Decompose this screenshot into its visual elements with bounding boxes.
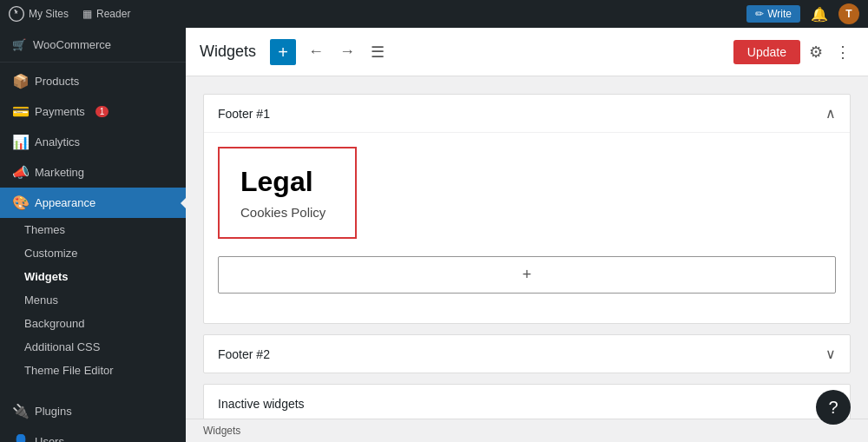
sidebar-item-theme-file-editor[interactable]: Theme File Editor bbox=[0, 359, 186, 382]
my-sites-link[interactable]: My Sites bbox=[9, 6, 69, 22]
content-area: Widgets + ← → ☰ Update ⚙ ⋮ Footer #1 ∧ bbox=[186, 28, 868, 442]
widgets-content: Footer #1 ∧ Legal Cookies Policy + Foote… bbox=[186, 76, 868, 419]
write-button[interactable]: ✏ Write bbox=[746, 5, 800, 23]
add-block-button[interactable]: + bbox=[218, 256, 836, 294]
payments-icon: 💳 bbox=[12, 103, 28, 120]
sidebar-item-themes[interactable]: Themes bbox=[0, 218, 186, 241]
reader-icon: ▦ bbox=[82, 8, 92, 20]
payments-badge: 1 bbox=[95, 106, 109, 117]
page-title: Widgets bbox=[200, 43, 256, 61]
widgets-header-left: Widgets + ← → ☰ bbox=[200, 39, 388, 65]
help-button[interactable]: ? bbox=[816, 390, 851, 425]
marketing-icon: 📣 bbox=[12, 164, 28, 181]
sidebar-other-items: 🔌 Plugins 👤 Users 🔧 Tools ⚙️ Settings bbox=[0, 393, 186, 442]
sidebar-brand[interactable]: 🛒 WooCommerce bbox=[0, 28, 186, 63]
widget-subtitle: Cookies Policy bbox=[240, 205, 334, 220]
footer-2-chevron: ∨ bbox=[825, 346, 836, 362]
products-icon: 📦 bbox=[12, 73, 28, 89]
admin-bar-right: ✏ Write 🔔 T bbox=[746, 3, 859, 24]
help-icon: ? bbox=[828, 398, 838, 418]
sidebar-item-plugins[interactable]: 🔌 Plugins bbox=[0, 396, 186, 426]
sidebar: 🛒 WooCommerce 📦 Products 💳 Payments 1 📊 … bbox=[0, 28, 186, 442]
bottom-bar: Widgets bbox=[186, 419, 868, 442]
widget-card: Legal Cookies Policy bbox=[218, 147, 357, 239]
redo-button[interactable]: → bbox=[336, 39, 358, 64]
woocommerce-icon: 🛒 bbox=[12, 38, 26, 51]
inactive-widgets-label: Inactive widgets bbox=[218, 397, 305, 411]
sidebar-item-payments[interactable]: 💳 Payments 1 bbox=[0, 96, 186, 127]
sidebar-item-background[interactable]: Background bbox=[0, 312, 186, 335]
sidebar-main-items: 📦 Products 💳 Payments 1 📊 Analytics 📣 Ma… bbox=[0, 63, 186, 386]
sidebar-item-customize[interactable]: Customize bbox=[0, 241, 186, 265]
sidebar-item-appearance[interactable]: 🎨 Appearance bbox=[0, 188, 186, 218]
add-block-header-button[interactable]: + bbox=[270, 39, 296, 65]
footer-1-header[interactable]: Footer #1 ∧ bbox=[204, 95, 850, 132]
footer-2-header[interactable]: Footer #2 ∨ bbox=[204, 335, 850, 373]
widgets-header-right: Update ⚙ ⋮ bbox=[733, 39, 854, 65]
breadcrumb: Widgets bbox=[203, 425, 240, 437]
more-options-button[interactable]: ⋮ bbox=[832, 39, 854, 65]
sidebar-item-widgets[interactable]: Widgets bbox=[0, 265, 186, 288]
footer-1-section: Footer #1 ∧ Legal Cookies Policy + bbox=[203, 94, 851, 324]
inactive-widgets-header[interactable]: Inactive widgets ∨ bbox=[204, 385, 850, 419]
appearance-icon: 🎨 bbox=[12, 195, 28, 211]
sidebar-item-additional-css[interactable]: Additional CSS bbox=[0, 335, 186, 359]
appearance-submenu: Themes Customize Widgets Menus Backgroun… bbox=[0, 218, 186, 382]
footer-1-chevron: ∧ bbox=[825, 105, 836, 122]
sidebar-item-products[interactable]: 📦 Products bbox=[0, 66, 186, 96]
widget-title: Legal bbox=[240, 166, 334, 198]
notifications-icon[interactable]: 🔔 bbox=[811, 6, 828, 23]
inactive-widgets-section: Inactive widgets ∨ bbox=[203, 384, 851, 419]
widgets-header: Widgets + ← → ☰ Update ⚙ ⋮ bbox=[186, 28, 868, 76]
undo-button[interactable]: ← bbox=[305, 39, 327, 64]
sidebar-item-users[interactable]: 👤 Users bbox=[0, 426, 186, 442]
avatar[interactable]: T bbox=[838, 3, 859, 24]
footer-1-label: Footer #1 bbox=[218, 107, 270, 121]
footer-2-label: Footer #2 bbox=[218, 347, 270, 361]
footer-1-content: Legal Cookies Policy + bbox=[204, 132, 850, 323]
main-layout: 🛒 WooCommerce 📦 Products 💳 Payments 1 📊 … bbox=[0, 28, 868, 442]
pencil-icon: ✏ bbox=[755, 8, 764, 20]
footer-2-section: Footer #2 ∨ bbox=[203, 334, 851, 373]
sidebar-item-analytics[interactable]: 📊 Analytics bbox=[0, 127, 186, 157]
plus-icon: + bbox=[523, 266, 532, 284]
users-icon: 👤 bbox=[12, 433, 28, 442]
analytics-icon: 📊 bbox=[12, 134, 28, 150]
reader-link[interactable]: ▦ Reader bbox=[82, 8, 130, 20]
update-button[interactable]: Update bbox=[733, 40, 800, 64]
list-view-button[interactable]: ☰ bbox=[367, 39, 388, 65]
settings-button[interactable]: ⚙ bbox=[806, 39, 826, 65]
admin-bar: My Sites ▦ Reader ✏ Write 🔔 T bbox=[0, 0, 868, 28]
admin-bar-left: My Sites ▦ Reader bbox=[9, 6, 130, 22]
plugins-icon: 🔌 bbox=[12, 403, 28, 419]
sidebar-item-menus[interactable]: Menus bbox=[0, 288, 186, 312]
sidebar-item-marketing[interactable]: 📣 Marketing bbox=[0, 157, 186, 188]
